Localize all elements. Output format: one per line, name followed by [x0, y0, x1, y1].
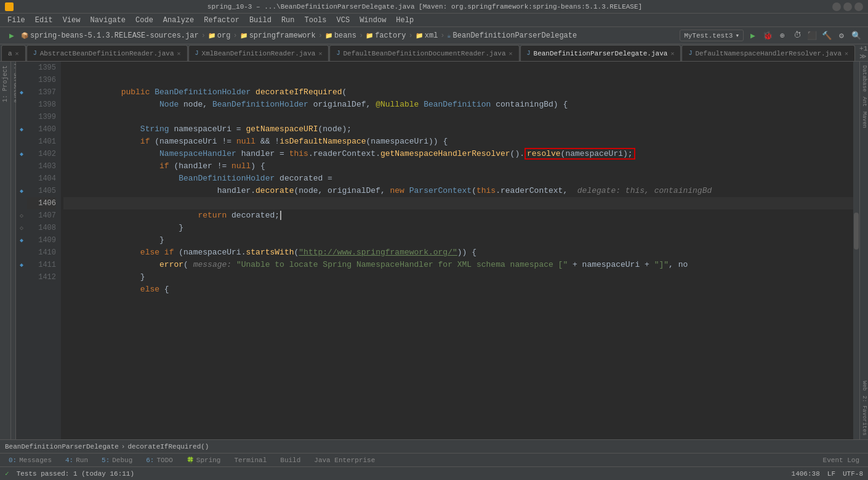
coverage-button[interactable]: ⊕: [776, 29, 789, 43]
project-tab[interactable]: 1: Project: [1, 63, 10, 105]
maximize-button[interactable]: [843, 2, 852, 11]
tab-xml-bean-close[interactable]: ✕: [318, 50, 322, 57]
line-1398: 1398: [27, 99, 56, 111]
tab-a[interactable]: a ✕: [1, 45, 26, 61]
menu-build[interactable]: Build: [244, 15, 276, 26]
check-icon: ✓: [5, 470, 9, 478]
tab-java-icon-3: J: [336, 50, 340, 57]
bottom-bc-class[interactable]: BeanDefinitionParserDelegate: [5, 443, 119, 450]
debug-button[interactable]: 🐞: [761, 29, 774, 43]
back-button[interactable]: ▶: [5, 29, 18, 43]
tab-abstract-bean[interactable]: J AbstractBeanDefinitionReader.java ✕: [26, 45, 188, 61]
gutter-1407: ◇: [16, 209, 27, 222]
code-line-1403: BeanDefinitionHolder decorated =: [63, 160, 853, 173]
menu-view[interactable]: View: [58, 15, 86, 26]
bottom-tab-messages[interactable]: 0: Messages: [2, 455, 58, 465]
right-tool-panels: Database Ant Maven Web 2: Favorites: [859, 62, 868, 439]
menu-vcs[interactable]: VCS: [332, 15, 355, 26]
bottom-tab-terminal[interactable]: Terminal: [228, 455, 273, 465]
menu-help[interactable]: Help: [391, 15, 419, 26]
code-line-1404: handler.decorate(node, originalDef, new …: [63, 173, 853, 185]
line-col-indicator[interactable]: 1406:38: [792, 470, 820, 478]
web-panel-label[interactable]: Web: [861, 378, 867, 393]
event-log-tab[interactable]: Event Log: [817, 455, 866, 465]
gutter-1410: [16, 246, 27, 259]
bottom-tab-build[interactable]: Build: [274, 455, 307, 465]
favorites-panel-label[interactable]: 2: Favorites: [861, 393, 867, 438]
build-button[interactable]: 🔨: [820, 29, 834, 43]
title-bar: spring_10-3 – ...\BeanDefinitionParserDe…: [0, 0, 868, 14]
test-status-check[interactable]: ✓: [5, 470, 9, 478]
tabs-more-button[interactable]: +1 ≫: [856, 45, 868, 60]
menu-code[interactable]: Code: [131, 15, 158, 26]
menu-tools[interactable]: Tools: [300, 15, 332, 26]
breadcrumb-factory[interactable]: 📁 factory: [366, 31, 406, 40]
tab-default-doc[interactable]: J DefaultBeanDefinitionDocumentReader.ja…: [329, 45, 519, 61]
scrollbar-thumb[interactable]: [854, 213, 859, 250]
run-button[interactable]: ▶: [746, 29, 760, 43]
breadcrumb-sep-4: ›: [359, 31, 363, 40]
terminal-tab-label: Terminal: [234, 457, 267, 464]
profile-button[interactable]: ⏱: [790, 29, 804, 43]
stop-button[interactable]: ⬛: [805, 29, 819, 43]
gutter-1399: [16, 111, 27, 123]
menu-window[interactable]: Window: [355, 15, 391, 26]
tab-default-doc-close[interactable]: ✕: [508, 50, 512, 57]
breadcrumb-springframework[interactable]: 📁 springframework: [240, 31, 316, 40]
menu-run[interactable]: Run: [276, 15, 300, 26]
tab-a-close[interactable]: ✕: [15, 50, 19, 57]
bottom-tab-java-enterprise[interactable]: Java Enterprise: [308, 455, 381, 465]
debug-tab-label: Debug: [112, 457, 132, 464]
file-java-icon: ☕: [448, 32, 451, 39]
maven-panel-label[interactable]: Maven: [861, 109, 867, 131]
minimize-button[interactable]: [832, 2, 841, 11]
menu-edit[interactable]: Edit: [30, 15, 58, 26]
bottom-bc-method[interactable]: decorateIfRequired(): [127, 443, 209, 450]
toolbar-icons: ▶ 🐞 ⊕ ⏱ ⬛ 🔨 ⚙ 🔍: [746, 29, 863, 43]
breadcrumb-beans[interactable]: 📁 beans: [325, 31, 356, 40]
bottom-tab-spring[interactable]: 🍀 Spring: [180, 455, 227, 465]
code-line-1397: Node node, BeanDefinitionHolder original…: [63, 86, 853, 99]
encoding-indicator[interactable]: UTF-8: [843, 470, 863, 478]
window-controls: [832, 2, 863, 11]
code-line-1405: if (decorated != null) {: [63, 185, 853, 197]
breadcrumb-sep-6: ›: [440, 31, 444, 40]
breadcrumb-xml[interactable]: 📁 xml: [416, 31, 438, 40]
tab-java-icon-2: J: [195, 50, 199, 57]
folder-springframework-icon: 📁: [240, 32, 247, 39]
line-1396: 1396: [27, 74, 56, 86]
tab-namespace-handler-close[interactable]: ✕: [845, 50, 848, 57]
vertical-scrollbar[interactable]: [853, 62, 859, 439]
gutter-1400: ◆: [16, 123, 27, 136]
tab-bean-parser[interactable]: J BeanDefinitionParserDelegate.java ✕: [520, 45, 681, 61]
tab-xml-bean[interactable]: J XmlBeanDefinitionReader.java ✕: [188, 45, 329, 61]
menu-navigate[interactable]: Navigate: [85, 15, 131, 26]
breadcrumb-jar[interactable]: 📦 spring-beans-5.1.3.RELEASE-sources.jar: [21, 31, 199, 40]
search-everywhere-button[interactable]: 🔍: [850, 29, 863, 43]
tab-abstract-bean-close[interactable]: ✕: [177, 50, 181, 57]
tab-namespace-handler[interactable]: J DefaultNamespaceHandlerResolver.java ✕: [681, 45, 855, 61]
menu-file[interactable]: File: [2, 15, 30, 26]
ant-panel-label[interactable]: Ant: [861, 94, 867, 109]
database-panel-label[interactable]: Database: [861, 63, 867, 94]
menu-analyze[interactable]: Analyze: [158, 15, 199, 26]
gutter-1396: [16, 74, 27, 86]
code-line-1406: return decorated;: [63, 197, 853, 209]
code-line-1408: }: [63, 222, 853, 234]
bottom-tab-todo[interactable]: 6: TODO: [140, 455, 179, 465]
bottom-tabs-bar: 0: Messages 4: Run 5: Debug 6: TODO 🍀 Sp…: [0, 453, 868, 466]
bottom-tab-run[interactable]: 4: Run: [59, 455, 94, 465]
run-config-selector[interactable]: MyTest.test3 ▾: [680, 30, 744, 41]
breadcrumb-org[interactable]: 📁 org: [208, 31, 231, 40]
tab-default-doc-label: DefaultBeanDefinitionDocumentReader.java: [343, 50, 505, 57]
menu-refactor[interactable]: Refactor: [199, 15, 244, 26]
tab-bean-parser-close[interactable]: ✕: [670, 50, 674, 57]
code-editor[interactable]: public BeanDefinitionHolder decorateIfRe…: [61, 62, 853, 439]
gutter-1411: ◆: [16, 259, 27, 271]
breadcrumb-file[interactable]: ☕ BeanDefinitionParserDelegate: [448, 31, 577, 40]
code-line-1410: error( message: "Unable to locate Spring…: [63, 246, 853, 259]
close-button[interactable]: [854, 2, 863, 11]
settings-button[interactable]: ⚙: [835, 29, 848, 43]
line-ending-indicator[interactable]: LF: [827, 470, 835, 478]
bottom-tab-debug[interactable]: 5: Debug: [95, 455, 139, 465]
